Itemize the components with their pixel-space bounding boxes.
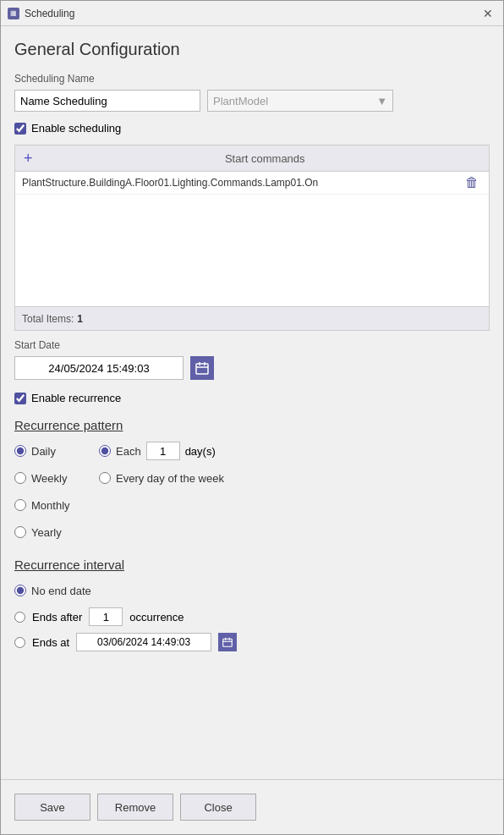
yearly-radio[interactable] [14, 526, 26, 538]
commands-bar: + Start commands [14, 145, 490, 172]
start-date-section: Start Date [14, 339, 490, 380]
daily-radio[interactable] [14, 445, 26, 457]
commands-header-label: Start commands [41, 152, 489, 165]
window-title: Scheduling [25, 8, 74, 19]
name-row: PlantModel ▼ [14, 90, 490, 112]
commands-list: PlantStructure.BuildingA.Floor01.Lightin… [14, 172, 490, 307]
enable-recurrence-checkbox[interactable] [14, 393, 26, 404]
main-window: ▦ Scheduling ✕ General Configuration Sch… [0, 0, 504, 835]
pattern-container: Daily Weekly Monthly Yearly [14, 441, 490, 542]
each-row: Each day(s) [99, 441, 490, 461]
svg-rect-4 [223, 639, 233, 646]
ends-at-row: Ends at [14, 633, 490, 651]
every-day-radio[interactable] [99, 472, 111, 484]
weekly-label[interactable]: Weekly [31, 472, 67, 485]
start-date-row [14, 356, 490, 380]
enable-scheduling-label[interactable]: Enable scheduling [31, 122, 121, 135]
start-date-input[interactable] [14, 356, 184, 380]
total-value: 1 [77, 313, 83, 325]
svg-rect-0 [196, 364, 208, 374]
each-radio[interactable] [99, 445, 111, 457]
total-label: Total Items: [22, 313, 74, 325]
monthly-label[interactable]: Monthly [31, 499, 70, 512]
ends-at-radio[interactable] [14, 637, 25, 648]
days-label: day(s) [185, 445, 216, 458]
recurrence-pattern-section: Recurrence pattern Daily Weekly Month [14, 418, 490, 542]
close-button[interactable]: Close [180, 794, 256, 821]
plant-model-placeholder: PlantModel [213, 95, 268, 107]
ends-at-label[interactable]: Ends at [32, 636, 69, 649]
ends-after-input[interactable] [89, 607, 123, 626]
start-date-label: Start Date [14, 339, 490, 351]
recurrence-interval-title: Recurrence interval [14, 558, 490, 572]
close-window-button[interactable]: ✕ [479, 5, 496, 22]
every-day-row: Every day of the week [99, 468, 490, 488]
yearly-option: Yearly [14, 522, 99, 542]
scheduling-name-input[interactable] [14, 90, 200, 112]
each-days-input[interactable] [146, 442, 180, 460]
table-row: PlantStructure.BuildingA.Floor01.Lightin… [15, 172, 489, 195]
enable-recurrence-label[interactable]: Enable recurrence [31, 392, 121, 404]
occurrence-label: occurrence [129, 611, 184, 624]
monthly-radio[interactable] [14, 499, 26, 511]
ends-after-radio[interactable] [14, 612, 25, 623]
ends-after-label[interactable]: Ends after [32, 611, 82, 624]
remove-button[interactable]: Remove [97, 794, 173, 821]
enable-scheduling-row: Enable scheduling [14, 122, 490, 135]
enable-recurrence-row: Enable recurrence [14, 392, 490, 404]
recurrence-pattern-title: Recurrence pattern [14, 418, 490, 432]
weekly-radio[interactable] [14, 472, 26, 484]
add-command-button[interactable]: + [15, 151, 41, 166]
titlebar: ▦ Scheduling ✕ [1, 1, 503, 26]
recurrence-interval-section: Recurrence interval No end date Ends aft… [14, 558, 490, 651]
yearly-label[interactable]: Yearly [31, 526, 62, 539]
dropdown-arrow-icon: ▼ [376, 95, 387, 107]
recurrence-pattern-title-text: Recurrence pattern [14, 418, 123, 432]
monthly-option: Monthly [14, 495, 99, 515]
no-end-date-row: No end date [14, 580, 490, 601]
weekly-option: Weekly [14, 468, 99, 488]
daily-option: Daily [14, 441, 99, 461]
total-items-bar: Total Items: 1 [14, 307, 490, 331]
command-text: PlantStructure.BuildingA.Floor01.Lightin… [22, 177, 318, 189]
ends-after-row: Ends after occurrence [14, 607, 490, 626]
titlebar-left: ▦ Scheduling [8, 8, 74, 19]
daily-label[interactable]: Daily [31, 445, 56, 458]
interval-options: No end date Ends after occurrence Ends a… [14, 580, 490, 651]
start-date-calendar-button[interactable] [190, 356, 214, 380]
every-day-label[interactable]: Every day of the week [116, 472, 224, 485]
pattern-left: Daily Weekly Monthly Yearly [14, 441, 99, 542]
calendar-icon [195, 361, 209, 375]
scheduling-name-label: Scheduling Name [14, 73, 490, 85]
ends-at-calendar-icon [222, 637, 233, 647]
no-end-date-label[interactable]: No end date [31, 585, 91, 597]
delete-command-button[interactable]: 🗑 [462, 175, 482, 190]
plant-model-dropdown[interactable]: PlantModel ▼ [207, 90, 393, 112]
enable-scheduling-checkbox[interactable] [14, 123, 26, 135]
save-button[interactable]: Save [14, 794, 90, 821]
interval-title-text: Recurrence interval [14, 558, 124, 572]
no-end-date-radio[interactable] [14, 585, 26, 596]
page-title: General Configuration [14, 40, 490, 59]
window-icon: ▦ [8, 8, 19, 19]
content-area: General Configuration Scheduling Name Pl… [1, 26, 503, 766]
ends-at-calendar-button[interactable] [218, 633, 237, 651]
each-label[interactable]: Each [116, 445, 141, 458]
footer-buttons: Save Remove Close [1, 779, 503, 834]
pattern-right: Each day(s) Every day of the week [99, 441, 490, 542]
ends-at-date-input[interactable] [76, 633, 211, 651]
